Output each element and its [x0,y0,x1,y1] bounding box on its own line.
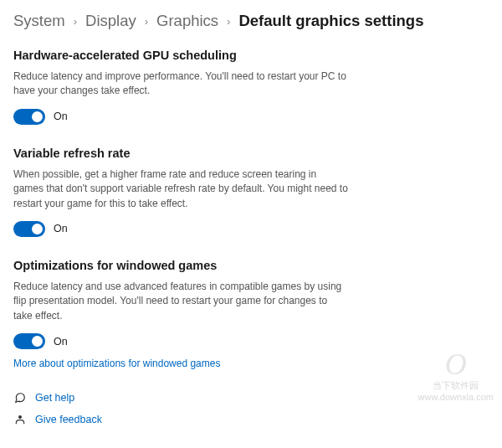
windowed-optimizations-toggle[interactable] [13,333,45,349]
chevron-right-icon: › [74,15,77,28]
more-about-link[interactable]: More about optimizations for windowed ga… [13,358,220,369]
section-title: Hardware-accelerated GPU scheduling [13,49,489,62]
chevron-right-icon: › [227,15,230,28]
help-icon [13,392,27,404]
breadcrumb: System › Display › Graphics › Default gr… [13,12,489,30]
breadcrumb-graphics[interactable]: Graphics [156,12,218,30]
breadcrumb-current: Default graphics settings [238,12,423,30]
feedback-icon [13,414,27,425]
section-description: Reduce latency and use advanced features… [13,280,348,323]
footer-link-label: Give feedback [35,414,102,425]
footer-links: Get help Give feedback [13,392,489,425]
section-variable-refresh: Variable refresh rate When possible, get… [13,147,489,237]
get-help-link[interactable]: Get help [13,392,489,404]
breadcrumb-display[interactable]: Display [85,12,136,30]
section-description: Reduce latency and improve performance. … [13,70,348,99]
footer-link-label: Get help [35,392,74,404]
section-title: Variable refresh rate [13,147,489,160]
section-title: Optimizations for windowed games [13,259,489,272]
svg-point-0 [18,415,22,419]
give-feedback-link[interactable]: Give feedback [13,414,489,425]
toggle-row: On [13,221,489,237]
section-windowed-optimizations: Optimizations for windowed games Reduce … [13,259,489,370]
section-description: When possible, get a higher frame rate a… [13,167,348,211]
breadcrumb-system[interactable]: System [13,12,65,30]
toggle-state-label: On [54,111,68,122]
variable-refresh-toggle[interactable] [13,221,45,237]
toggle-row: On [13,109,489,125]
toggle-row: On [13,333,489,349]
gpu-scheduling-toggle[interactable] [13,109,45,125]
chevron-right-icon: › [145,15,148,28]
toggle-state-label: On [54,223,68,234]
toggle-state-label: On [54,336,68,348]
section-gpu-scheduling: Hardware-accelerated GPU scheduling Redu… [13,49,489,125]
